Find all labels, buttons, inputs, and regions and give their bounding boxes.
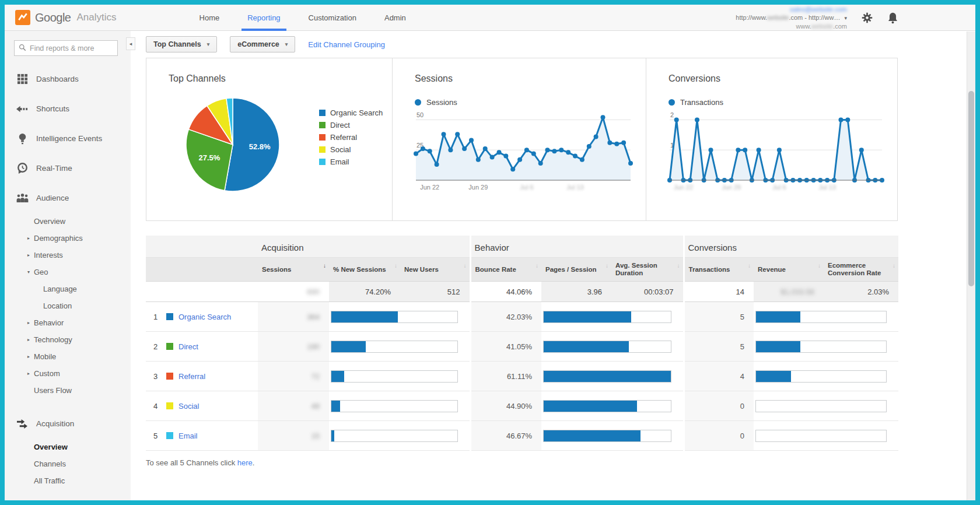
sessions-bar-cell bbox=[329, 421, 470, 451]
channel-link-organic-search[interactable]: Organic Search bbox=[178, 313, 231, 321]
nav-tab-admin[interactable]: Admin bbox=[370, 5, 420, 31]
sidebar-item-acquisition[interactable]: Acquisition bbox=[5, 409, 131, 439]
legend-swatch-icon bbox=[319, 122, 326, 128]
sort-icon[interactable]: ↓ bbox=[536, 262, 538, 269]
google-analytics-app: Google Analytics HomeReportingCustomizat… bbox=[5, 5, 975, 500]
sidebar-item-dashboards[interactable]: Dashboards bbox=[5, 64, 131, 94]
table-footer-note: To see all 5 Channels click here. bbox=[146, 458, 975, 478]
chevron-down-icon: ▾ bbox=[285, 41, 288, 47]
expand-closed-icon: ▸ bbox=[27, 337, 34, 342]
column-header-new-users[interactable]: New Users↓ bbox=[400, 258, 470, 282]
column-header-transactions[interactable]: Transactions↓ bbox=[684, 258, 754, 282]
column-header-sessions[interactable]: Sessions↓ bbox=[258, 258, 329, 282]
sessions-bar bbox=[331, 311, 398, 322]
sidebar-item-label: Channels bbox=[34, 460, 66, 468]
sidebar-item-real-time[interactable]: Real-Time bbox=[5, 153, 131, 183]
column-header-bounce-rate[interactable]: Bounce Rate↓ bbox=[470, 258, 541, 282]
totals-new-users: 512 bbox=[400, 282, 470, 302]
sort-icon[interactable]: ↓ bbox=[323, 262, 326, 269]
transactions-value: 0 bbox=[684, 391, 754, 421]
sidebar-item-behavior[interactable]: ▸Behavior bbox=[5, 314, 131, 331]
sidebar-item-label: Overview bbox=[34, 443, 68, 451]
sidebar-item-shortcuts[interactable]: Shortcuts bbox=[5, 94, 131, 124]
bounce-rate-value: 46.67% bbox=[470, 421, 541, 451]
sidebar-item-label: Real-Time bbox=[36, 164, 72, 173]
expand-closed-icon: ▸ bbox=[27, 320, 34, 325]
sidebar-item-label: Custom bbox=[34, 369, 60, 378]
bar-track bbox=[331, 430, 458, 442]
nav-tab-reporting[interactable]: Reporting bbox=[233, 5, 294, 31]
account-selector[interactable]: sales@website.com http://www.website.com… bbox=[736, 5, 847, 30]
sidebar-item-label: All Traffic bbox=[34, 476, 65, 485]
gear-icon[interactable] bbox=[861, 12, 873, 24]
sort-icon[interactable]: ↓ bbox=[748, 262, 751, 269]
sidebar-item-overview[interactable]: Overview bbox=[5, 213, 131, 230]
legend-swatch-icon bbox=[319, 146, 326, 153]
sidebar-item-label: Acquisition bbox=[36, 419, 74, 428]
card-title: Top Channels bbox=[146, 58, 392, 84]
sidebar-item-language[interactable]: Language bbox=[5, 280, 131, 297]
channel-link-referral[interactable]: Referral bbox=[178, 372, 205, 381]
segment-dropdown[interactable]: eCommerce▾ bbox=[230, 36, 295, 52]
sidebar-item-label: Audience bbox=[36, 194, 69, 202]
channel-link-direct[interactable]: Direct bbox=[178, 342, 198, 351]
revenue-bar bbox=[756, 371, 791, 382]
column-header-new-sessions[interactable]: % New Sessions↓ bbox=[329, 258, 400, 282]
google-analytics-logo[interactable]: Google Analytics bbox=[15, 10, 117, 25]
sidebar-item-geo[interactable]: ▾Geo bbox=[5, 264, 131, 280]
sidebar-item-label: Dashboards bbox=[36, 75, 79, 83]
channel-cell: 2Direct bbox=[146, 332, 258, 362]
sidebar-item-custom[interactable]: ▸Custom bbox=[5, 365, 131, 382]
bar-track bbox=[331, 311, 458, 323]
column-header-revenue[interactable]: Revenue↓ bbox=[754, 258, 824, 282]
sessions-bar-cell bbox=[329, 332, 470, 362]
dashboards-icon bbox=[16, 73, 29, 85]
sort-icon[interactable]: ↓ bbox=[818, 262, 821, 269]
sidebar-item-audience[interactable]: Audience bbox=[5, 183, 131, 213]
channel-link-email[interactable]: Email bbox=[178, 432, 198, 440]
sort-icon[interactable]: ↓ bbox=[606, 262, 608, 269]
sidebar-item-intelligence-events[interactable]: Intelligence Events bbox=[5, 124, 131, 153]
column-header-avg-session-duration[interactable]: Avg. Session Duration↓ bbox=[611, 258, 684, 282]
sidebar-item-label: Behavior bbox=[34, 318, 64, 327]
behavior-bar-cell bbox=[541, 391, 684, 421]
sidebar-item-channels[interactable]: Channels bbox=[5, 455, 131, 472]
sessions-bar-cell bbox=[329, 362, 470, 391]
sidebar-item-overview[interactable]: Overview bbox=[5, 439, 131, 455]
sidebar-item-users-flow[interactable]: Users Flow bbox=[5, 382, 131, 399]
sidebar-item-interests[interactable]: ▸Interests bbox=[5, 247, 131, 264]
sort-icon[interactable]: ↓ bbox=[677, 262, 680, 269]
totals-pages-session: 3.96 bbox=[541, 282, 611, 302]
report-type-dropdown[interactable]: Top Channels▾ bbox=[146, 36, 217, 52]
search-input[interactable] bbox=[30, 44, 124, 52]
sidebar-item-mobile[interactable]: ▸Mobile bbox=[5, 348, 131, 365]
sidebar-item-all-traffic[interactable]: All Traffic bbox=[5, 472, 131, 489]
bell-icon[interactable] bbox=[887, 12, 898, 24]
nav-tabs: HomeReportingCustomizationAdmin bbox=[186, 5, 420, 31]
channel-link-social[interactable]: Social bbox=[178, 402, 199, 411]
scrollbar-thumb[interactable] bbox=[968, 91, 974, 286]
sidebar-item-technology[interactable]: ▸Technology bbox=[5, 331, 131, 348]
edit-channel-grouping-link[interactable]: Edit Channel Grouping bbox=[308, 40, 385, 49]
column-header-ecommerce-conversion-rate[interactable]: Ecommerce Conversion Rate↓ bbox=[824, 258, 898, 282]
column-header-pages-session[interactable]: Pages / Session↓ bbox=[541, 258, 611, 282]
bar-track bbox=[755, 430, 887, 442]
pie-legend-item-email: Email bbox=[319, 157, 383, 166]
totals-pct-new-sessions: 74.20% bbox=[329, 282, 400, 302]
sidebar-collapse-button[interactable]: ◂ bbox=[126, 37, 135, 50]
sort-icon[interactable]: ↓ bbox=[892, 262, 895, 269]
sessions-legend: Sessions bbox=[415, 98, 646, 107]
sidebar-item-location[interactable]: Location bbox=[5, 297, 131, 314]
report-search[interactable] bbox=[14, 40, 118, 56]
nav-tab-customization[interactable]: Customization bbox=[295, 5, 370, 31]
sort-icon[interactable]: ↓ bbox=[464, 262, 467, 269]
brand-name: Google bbox=[35, 11, 71, 24]
vertical-scrollbar[interactable] bbox=[967, 31, 975, 500]
table-column-header-row: Sessions↓% New Sessions↓New Users↓Bounce… bbox=[146, 258, 898, 282]
sort-icon[interactable]: ↓ bbox=[394, 262, 397, 269]
sessions-bar-cell bbox=[329, 391, 470, 421]
nav-tab-home[interactable]: Home bbox=[186, 5, 234, 31]
sidebar-item-demographics[interactable]: ▸Demographics bbox=[5, 230, 131, 247]
top-channels-pie-chart: 52.8%27.5% bbox=[170, 87, 310, 204]
see-all-channels-link[interactable]: here bbox=[237, 458, 253, 467]
